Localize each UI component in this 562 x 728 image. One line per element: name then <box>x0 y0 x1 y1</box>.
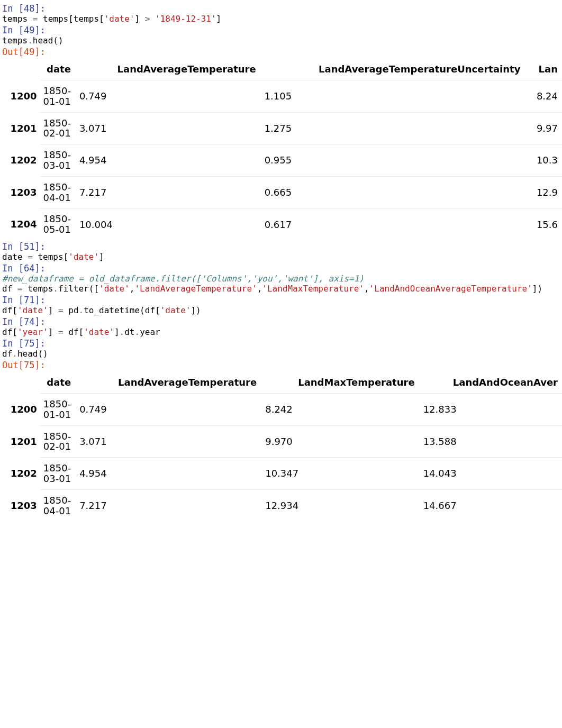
row-c2: 9.970 <box>261 425 419 458</box>
row-c1: 0.749 <box>75 80 260 113</box>
table-row: 1201 1850-02-01 3.071 9.970 13.588 <box>0 425 562 458</box>
table-row: 1203 1850-04-01 7.217 12.934 14.667 <box>0 489 562 521</box>
col-date: date <box>40 371 75 394</box>
code-51[interactable]: date = temps['date'] <box>0 252 562 262</box>
row-c1: 3.071 <box>75 112 260 144</box>
in-prompt-74: In [74]: <box>0 316 562 327</box>
col-landavgtemp: LandAverageTemperature <box>75 371 261 394</box>
row-c3: 9.97 <box>524 112 562 144</box>
table-row: 1202 1850-03-01 4.954 10.347 14.043 <box>0 458 562 490</box>
in-prompt-71: In [71]: <box>0 295 562 305</box>
output-cell-75: Out[75]: date LandAverageTemperature Lan… <box>0 360 562 521</box>
row-date: 1850-01-01 <box>40 393 75 425</box>
code-49[interactable]: temps.head() <box>0 35 562 46</box>
code-74[interactable]: df['year'] = df['date'].dt.year <box>0 327 562 337</box>
row-c3: 12.9 <box>524 176 562 208</box>
row-idx: 1202 <box>0 144 40 177</box>
row-date: 1850-02-01 <box>40 425 75 458</box>
output-75: date LandAverageTemperature LandMaxTempe… <box>0 370 562 521</box>
in-prompt-64: In [64]: <box>0 263 562 274</box>
output-cell-49: Out[49]: date LandAverageTemperature Lan… <box>0 47 562 240</box>
row-date: 1850-05-01 <box>40 208 75 240</box>
row-c1: 7.217 <box>75 489 261 521</box>
table-row: 1204 1850-05-01 10.004 0.617 15.6 <box>0 208 562 240</box>
dataframe-table-75: date LandAverageTemperature LandMaxTempe… <box>0 371 562 521</box>
table-row: 1203 1850-04-01 7.217 0.665 12.9 <box>0 176 562 208</box>
row-c3: 8.24 <box>524 80 562 113</box>
input-cell-48[interactable]: In [48]: temps = temps[temps['date'] > '… <box>0 3 562 24</box>
row-date: 1850-04-01 <box>40 176 75 208</box>
row-c3: 14.043 <box>419 458 562 490</box>
col-date: date <box>40 58 75 80</box>
col-lan: Lan <box>524 58 562 80</box>
input-cell-51[interactable]: In [51]: date = temps['date'] <box>0 241 562 262</box>
dataframe-table-49: date LandAverageTemperature LandAverageT… <box>0 58 562 240</box>
row-date: 1850-04-01 <box>40 489 75 521</box>
row-date: 1850-03-01 <box>40 458 75 490</box>
row-idx: 1201 <box>0 425 40 458</box>
row-c2: 0.617 <box>260 208 525 240</box>
row-c1: 4.954 <box>75 458 261 490</box>
table-header-row: date LandAverageTemperature LandAverageT… <box>0 58 562 80</box>
input-cell-49[interactable]: In [49]: temps.head() <box>0 25 562 46</box>
row-c3: 13.588 <box>419 425 562 458</box>
in-prompt-51: In [51]: <box>0 241 562 252</box>
row-c2: 8.242 <box>261 393 419 425</box>
col-landavgtempunc: LandAverageTemperatureUncertainty <box>260 58 525 80</box>
row-date: 1850-03-01 <box>40 144 75 177</box>
col-landocean: LandAndOceanAver <box>419 371 562 394</box>
row-c3: 10.3 <box>524 144 562 177</box>
out-prompt-75: Out[75]: <box>0 360 562 370</box>
row-idx: 1203 <box>0 176 40 208</box>
table-row: 1202 1850-03-01 4.954 0.955 10.3 <box>0 144 562 177</box>
row-c1: 7.217 <box>75 176 260 208</box>
row-c1: 0.749 <box>75 393 261 425</box>
row-c2: 0.955 <box>260 144 525 177</box>
row-date: 1850-02-01 <box>40 112 75 144</box>
col-landavgtemp: LandAverageTemperature <box>75 58 260 80</box>
out-prompt-49: Out[49]: <box>0 47 562 57</box>
in-prompt-49: In [49]: <box>0 25 562 35</box>
row-idx: 1200 <box>0 393 40 425</box>
row-c3: 12.833 <box>419 393 562 425</box>
row-c2: 1.105 <box>260 80 525 113</box>
row-idx: 1200 <box>0 80 40 113</box>
row-date: 1850-01-01 <box>40 80 75 113</box>
table-header-row: date LandAverageTemperature LandMaxTempe… <box>0 371 562 394</box>
code-75[interactable]: df.head() <box>0 349 562 359</box>
row-c1: 10.004 <box>75 208 260 240</box>
code-71[interactable]: df['date'] = pd.to_datetime(df['date']) <box>0 305 562 315</box>
input-cell-74[interactable]: In [74]: df['year'] = df['date'].dt.year <box>0 316 562 337</box>
output-49: date LandAverageTemperature LandAverageT… <box>0 57 562 240</box>
table-row: 1200 1850-01-01 0.749 1.105 8.24 <box>0 80 562 113</box>
col-landmaxtemp: LandMaxTemperature <box>261 371 419 394</box>
row-idx: 1204 <box>0 208 40 240</box>
table-row: 1200 1850-01-01 0.749 8.242 12.833 <box>0 393 562 425</box>
in-prompt-48: In [48]: <box>0 3 562 14</box>
row-c2: 12.934 <box>261 489 419 521</box>
input-cell-71[interactable]: In [71]: df['date'] = pd.to_datetime(df[… <box>0 295 562 315</box>
row-c1: 4.954 <box>75 144 260 177</box>
row-idx: 1201 <box>0 112 40 144</box>
col-index <box>0 371 40 394</box>
row-idx: 1203 <box>0 489 40 521</box>
row-c2: 0.665 <box>260 176 525 208</box>
input-cell-75[interactable]: In [75]: df.head() <box>0 338 562 359</box>
table-row: 1201 1850-02-01 3.071 1.275 9.97 <box>0 112 562 144</box>
code-64[interactable]: #new_dataframe = old_dataframe.filter(['… <box>0 274 562 294</box>
row-c2: 10.347 <box>261 458 419 490</box>
row-c3: 14.667 <box>419 489 562 521</box>
row-idx: 1202 <box>0 458 40 490</box>
row-c3: 15.6 <box>524 208 562 240</box>
in-prompt-75: In [75]: <box>0 338 562 349</box>
row-c1: 3.071 <box>75 425 261 458</box>
code-48[interactable]: temps = temps[temps['date'] > '1849-12-3… <box>0 14 562 24</box>
input-cell-64[interactable]: In [64]: #new_dataframe = old_dataframe.… <box>0 263 562 294</box>
col-index <box>0 58 40 80</box>
row-c2: 1.275 <box>260 112 525 144</box>
